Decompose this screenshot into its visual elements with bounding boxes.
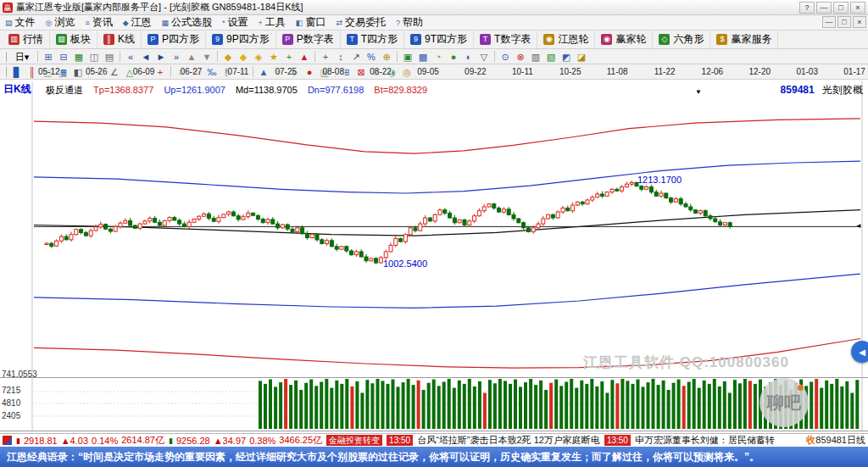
report-icon[interactable]: ▤ bbox=[102, 50, 117, 64]
shenzhen-index-quote[interactable]: ▮ 9256.28 ▲34.97 0.38% 3466.25亿 bbox=[169, 434, 322, 447]
dot2-icon[interactable]: ● bbox=[302, 65, 317, 79]
btn-p-table[interactable]: PP数字表 bbox=[276, 31, 341, 48]
circle2-icon[interactable]: ◎ bbox=[399, 65, 415, 79]
menu-item-9[interactable]: ?帮助 bbox=[391, 15, 428, 31]
btn-sectors[interactable]: ▧板块 bbox=[50, 31, 97, 48]
zoom-in-icon[interactable]: ▲ bbox=[184, 50, 199, 64]
tile-icon[interactable]: ⊞ bbox=[41, 50, 56, 64]
btn-quotes[interactable]: ▥行情 bbox=[3, 31, 50, 48]
circle-plus-icon[interactable]: ⊕ bbox=[379, 50, 394, 64]
grid-icon[interactable]: ▦ bbox=[71, 50, 86, 64]
angle-icon[interactable]: ∠ bbox=[107, 65, 122, 79]
news1-headline[interactable]: 台风“塔拉斯”袭击日本致2死 12万户家庭断电 bbox=[417, 434, 600, 447]
bars-icon[interactable]: ║ bbox=[25, 65, 40, 79]
half-left-icon[interactable]: ◧ bbox=[70, 65, 86, 79]
dot-icon[interactable]: ● bbox=[446, 50, 461, 64]
gem-icon[interactable]: ◈ bbox=[251, 50, 266, 64]
cascade-icon[interactable]: ⊟ bbox=[56, 50, 71, 64]
measure-icon[interactable]: ↕ bbox=[333, 50, 348, 64]
last-icon[interactable]: » bbox=[169, 50, 184, 64]
lines-icon[interactable]: ≡ bbox=[235, 65, 250, 79]
cross-icon[interactable]: + bbox=[153, 65, 168, 79]
permille-icon[interactable]: ‰ bbox=[204, 65, 220, 79]
arrow-up-icon[interactable]: ▲ bbox=[297, 50, 312, 64]
btn-9t-square[interactable]: 99T四方形 bbox=[404, 31, 474, 48]
mdi-restore-button[interactable]: □ bbox=[837, 16, 851, 28]
vlines-icon[interactable]: ▥ bbox=[528, 50, 543, 64]
percent-icon[interactable]: % bbox=[364, 50, 379, 64]
half-circle-icon[interactable]: ◐ bbox=[461, 50, 476, 64]
btn-9p-square[interactable]: 99P四方形 bbox=[206, 31, 276, 48]
symbol-header[interactable]: 859481 光刻胶概 bbox=[781, 83, 863, 97]
corner2-icon[interactable]: ◪ bbox=[574, 50, 589, 64]
btn-p-square[interactable]: PP四方形 bbox=[142, 31, 206, 48]
menu-item-5[interactable]: *设置 bbox=[217, 15, 253, 31]
close-button[interactable]: × bbox=[850, 2, 865, 14]
pane-period-label[interactable]: 日K线 bbox=[3, 82, 31, 97]
shanghai-index-quote[interactable]: ▮ 2918.81 ▲4.03 0.14% 2614.87亿 bbox=[16, 434, 164, 447]
minus-box-icon[interactable]: ⊟ bbox=[369, 65, 384, 79]
menu-item-6[interactable]: +工具 bbox=[253, 15, 291, 31]
mdi-minimize-button[interactable]: — bbox=[822, 16, 836, 28]
btn-winner-service[interactable]: $赢家服务 bbox=[710, 31, 778, 48]
menu-item-3[interactable]: ◆江恩 bbox=[118, 15, 157, 31]
side-panel-handle[interactable]: ◀ bbox=[851, 341, 868, 363]
menu-item-8[interactable]: ⇄交易委托 bbox=[331, 15, 391, 31]
menu-item-1[interactable]: ◎浏览 bbox=[41, 15, 81, 31]
news-category-badge[interactable]: 金融投资转变 bbox=[326, 435, 382, 446]
triangle-icon[interactable]: △ bbox=[122, 65, 137, 79]
btn-winner-wheel[interactable]: ◉赢家轮 bbox=[595, 31, 653, 48]
toolbar-drag-handle[interactable] bbox=[4, 52, 7, 62]
target-icon[interactable]: ◉ bbox=[384, 65, 399, 79]
btn-gann-wheel[interactable]: ◉江恩轮 bbox=[537, 31, 595, 48]
menu-item-7[interactable]: ◧窗口 bbox=[291, 15, 331, 31]
gold-diamond-icon[interactable]: ◆ bbox=[220, 50, 236, 64]
split-icon[interactable]: ◫ bbox=[86, 50, 102, 64]
btn-t-square[interactable]: TT四方形 bbox=[341, 31, 404, 48]
box-icon[interactable]: ▣ bbox=[317, 65, 332, 79]
bar-thick-icon[interactable]: ▊ bbox=[9, 65, 25, 79]
trendline-icon[interactable]: ↗ bbox=[348, 50, 364, 64]
diag-icon[interactable]: ▧ bbox=[543, 50, 559, 64]
diamond2-icon[interactable]: ◆ bbox=[287, 65, 302, 79]
circle-x-icon[interactable]: ⊗ bbox=[513, 50, 528, 64]
next-icon[interactable]: ► bbox=[153, 50, 169, 64]
percent2-icon[interactable]: % bbox=[189, 65, 204, 79]
zoom-out-icon[interactable]: ▼ bbox=[199, 50, 214, 64]
plus-box-icon[interactable]: ⊞ bbox=[338, 65, 353, 79]
toolbar-drag-handle-2[interactable] bbox=[4, 67, 7, 77]
menu-item-4[interactable]: ▦公式选股 bbox=[157, 15, 218, 31]
minimize-button[interactable]: — bbox=[816, 2, 832, 14]
hash-icon[interactable]: # bbox=[174, 65, 189, 79]
nabla-icon[interactable]: ▽ bbox=[476, 50, 492, 64]
gold-diamond2-icon[interactable]: ◆ bbox=[236, 50, 251, 64]
rows-icon[interactable]: ▤ bbox=[40, 65, 55, 79]
help-button[interactable]: ? bbox=[799, 2, 815, 14]
corner-icon[interactable]: ◩ bbox=[559, 50, 574, 64]
first-icon[interactable]: « bbox=[123, 50, 138, 64]
btn-kline[interactable]: ║K线 bbox=[97, 31, 142, 48]
mdi-close-button[interactable]: × bbox=[853, 16, 866, 28]
circle-dot-icon[interactable]: ⊙ bbox=[498, 50, 513, 64]
hatch-icon[interactable]: ▩ bbox=[415, 50, 431, 64]
btn-t-table[interactable]: TT数字表 bbox=[474, 31, 537, 48]
section-icon[interactable]: § bbox=[220, 65, 235, 79]
menu-item-0[interactable]: ▤文件 bbox=[0, 15, 41, 31]
star-icon[interactable]: ★ bbox=[266, 50, 281, 64]
x-box-icon[interactable]: ⊠ bbox=[353, 65, 369, 79]
period-day-button[interactable]: 日▾ bbox=[9, 50, 35, 64]
btn-hexagon[interactable]: ◇六角形 bbox=[653, 31, 710, 48]
menu-item-2[interactable]: ≡资讯 bbox=[80, 15, 117, 31]
news2-headline[interactable]: 申万宏源董事长刘健：居民储蓄转 bbox=[635, 434, 775, 447]
maximize-button[interactable]: □ bbox=[833, 2, 849, 14]
diamond-outline-icon[interactable]: ◇ bbox=[137, 65, 153, 79]
down2-icon[interactable]: ▼ bbox=[271, 65, 287, 79]
prev-icon[interactable]: ◄ bbox=[138, 50, 153, 64]
clock-icon[interactable]: ◔ bbox=[431, 50, 446, 64]
event-marker-triangle-icon[interactable]: ▼ bbox=[695, 88, 702, 96]
up2-icon[interactable]: ▲ bbox=[256, 65, 271, 79]
wave-icon[interactable]: ≈ bbox=[92, 65, 107, 79]
grid2-icon[interactable]: ▦ bbox=[55, 65, 70, 79]
add-icon[interactable]: + bbox=[281, 50, 297, 64]
panel-icon[interactable]: ▣ bbox=[400, 50, 415, 64]
